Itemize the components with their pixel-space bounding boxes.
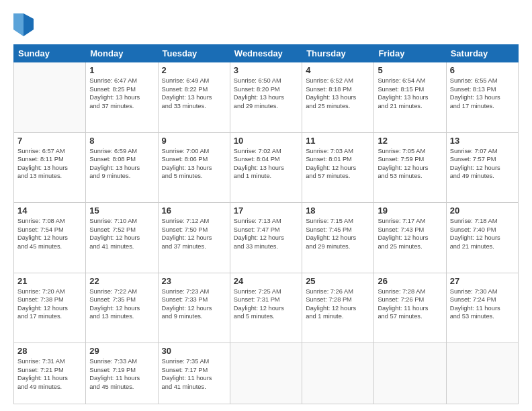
day-info: Sunrise: 7:00 AM Sunset: 8:06 PM Dayligh… (162, 147, 226, 181)
day-number: 5 (378, 65, 442, 75)
week-row-1: 1Sunrise: 6:47 AM Sunset: 8:25 PM Daylig… (14, 62, 519, 133)
day-info: Sunrise: 6:54 AM Sunset: 8:15 PM Dayligh… (378, 77, 442, 110)
day-info: Sunrise: 6:52 AM Sunset: 8:18 PM Dayligh… (306, 77, 370, 110)
calendar-cell: 14Sunrise: 7:08 AM Sunset: 7:54 PM Dayli… (14, 203, 86, 273)
day-info: Sunrise: 6:57 AM Sunset: 8:11 PM Dayligh… (17, 147, 82, 181)
calendar-cell: 11Sunrise: 7:03 AM Sunset: 8:01 PM Dayli… (302, 132, 374, 203)
day-info: Sunrise: 7:35 AM Sunset: 7:17 PM Dayligh… (162, 357, 226, 391)
day-info: Sunrise: 7:25 AM Sunset: 7:31 PM Dayligh… (234, 287, 298, 321)
day-number: 9 (162, 136, 226, 146)
weekday-header-wednesday: Wednesday (230, 45, 302, 62)
day-info: Sunrise: 6:59 AM Sunset: 8:08 PM Dayligh… (89, 147, 154, 181)
calendar-cell (14, 62, 86, 133)
calendar-cell: 28Sunrise: 7:31 AM Sunset: 7:21 PM Dayli… (14, 343, 86, 404)
calendar-cell (302, 343, 374, 404)
week-row-5: 28Sunrise: 7:31 AM Sunset: 7:21 PM Dayli… (14, 343, 519, 404)
calendar-cell: 13Sunrise: 7:07 AM Sunset: 7:57 PM Dayli… (446, 132, 518, 203)
calendar-cell: 6Sunrise: 6:55 AM Sunset: 8:13 PM Daylig… (446, 62, 518, 133)
calendar-cell: 15Sunrise: 7:10 AM Sunset: 7:52 PM Dayli… (86, 203, 158, 273)
calendar-cell: 26Sunrise: 7:28 AM Sunset: 7:26 PM Dayli… (374, 273, 446, 343)
day-number: 21 (17, 276, 82, 286)
week-row-4: 21Sunrise: 7:20 AM Sunset: 7:38 PM Dayli… (14, 273, 519, 343)
day-number: 26 (378, 276, 442, 286)
day-info: Sunrise: 7:05 AM Sunset: 7:59 PM Dayligh… (378, 147, 442, 181)
day-number: 7 (17, 136, 82, 146)
day-number: 24 (234, 276, 298, 286)
calendar-cell: 18Sunrise: 7:15 AM Sunset: 7:45 PM Dayli… (302, 203, 374, 273)
calendar-cell: 1Sunrise: 6:47 AM Sunset: 8:25 PM Daylig… (86, 62, 158, 133)
calendar-cell: 29Sunrise: 7:33 AM Sunset: 7:19 PM Dayli… (86, 343, 158, 404)
day-info: Sunrise: 7:30 AM Sunset: 7:24 PM Dayligh… (450, 287, 515, 321)
day-info: Sunrise: 7:03 AM Sunset: 8:01 PM Dayligh… (306, 147, 370, 181)
calendar-cell: 7Sunrise: 6:57 AM Sunset: 8:11 PM Daylig… (14, 132, 86, 203)
day-info: Sunrise: 7:26 AM Sunset: 7:28 PM Dayligh… (306, 287, 370, 321)
day-info: Sunrise: 6:55 AM Sunset: 8:13 PM Dayligh… (450, 77, 515, 110)
calendar-cell: 23Sunrise: 7:23 AM Sunset: 7:33 PM Dayli… (158, 273, 230, 343)
calendar-table: SundayMondayTuesdayWednesdayThursdayFrid… (13, 44, 519, 404)
day-info: Sunrise: 7:02 AM Sunset: 8:04 PM Dayligh… (234, 147, 298, 181)
day-number: 20 (450, 205, 515, 216)
day-number: 23 (162, 276, 226, 286)
calendar-cell: 16Sunrise: 7:12 AM Sunset: 7:50 PM Dayli… (158, 203, 230, 273)
day-number: 18 (306, 205, 370, 216)
day-number: 14 (17, 205, 82, 216)
calendar-cell: 25Sunrise: 7:26 AM Sunset: 7:28 PM Dayli… (302, 273, 374, 343)
day-info: Sunrise: 7:33 AM Sunset: 7:19 PM Dayligh… (89, 357, 154, 391)
calendar-cell: 21Sunrise: 7:20 AM Sunset: 7:38 PM Dayli… (14, 273, 86, 343)
calendar-cell: 20Sunrise: 7:18 AM Sunset: 7:40 PM Dayli… (446, 203, 518, 273)
day-info: Sunrise: 7:08 AM Sunset: 7:54 PM Dayligh… (17, 217, 82, 250)
logo (13, 13, 36, 39)
page: SundayMondayTuesdayWednesdayThursdayFrid… (0, 0, 532, 411)
day-info: Sunrise: 7:15 AM Sunset: 7:45 PM Dayligh… (306, 217, 370, 250)
calendar-cell: 5Sunrise: 6:54 AM Sunset: 8:15 PM Daylig… (374, 62, 446, 133)
calendar-cell: 27Sunrise: 7:30 AM Sunset: 7:24 PM Dayli… (446, 273, 518, 343)
calendar-cell: 19Sunrise: 7:17 AM Sunset: 7:43 PM Dayli… (374, 203, 446, 273)
day-number: 30 (162, 346, 226, 356)
day-info: Sunrise: 6:49 AM Sunset: 8:22 PM Dayligh… (162, 77, 226, 110)
day-number: 15 (89, 205, 154, 216)
day-number: 10 (234, 136, 298, 146)
day-number: 16 (162, 205, 226, 216)
day-number: 17 (234, 205, 298, 216)
day-number: 4 (306, 65, 370, 75)
calendar-cell (446, 343, 518, 404)
calendar-cell (230, 343, 302, 404)
calendar-cell: 3Sunrise: 6:50 AM Sunset: 8:20 PM Daylig… (230, 62, 302, 133)
calendar-cell: 10Sunrise: 7:02 AM Sunset: 8:04 PM Dayli… (230, 132, 302, 203)
calendar-cell: 30Sunrise: 7:35 AM Sunset: 7:17 PM Dayli… (158, 343, 230, 404)
day-info: Sunrise: 7:20 AM Sunset: 7:38 PM Dayligh… (17, 287, 82, 321)
day-number: 29 (89, 346, 154, 356)
calendar-cell: 2Sunrise: 6:49 AM Sunset: 8:22 PM Daylig… (158, 62, 230, 133)
day-number: 28 (17, 346, 82, 356)
day-info: Sunrise: 7:07 AM Sunset: 7:57 PM Dayligh… (450, 147, 515, 181)
day-info: Sunrise: 7:10 AM Sunset: 7:52 PM Dayligh… (89, 217, 154, 250)
day-number: 22 (89, 276, 154, 286)
day-number: 19 (378, 205, 442, 216)
day-number: 3 (234, 65, 298, 75)
day-number: 1 (89, 65, 154, 75)
day-info: Sunrise: 6:50 AM Sunset: 8:20 PM Dayligh… (234, 77, 298, 110)
day-info: Sunrise: 7:23 AM Sunset: 7:33 PM Dayligh… (162, 287, 226, 321)
day-number: 27 (450, 276, 515, 286)
calendar-cell: 24Sunrise: 7:25 AM Sunset: 7:31 PM Dayli… (230, 273, 302, 343)
weekday-header-sunday: Sunday (14, 45, 86, 62)
svg-marker-0 (24, 13, 34, 36)
day-number: 8 (89, 136, 154, 146)
calendar-cell: 22Sunrise: 7:22 AM Sunset: 7:35 PM Dayli… (86, 273, 158, 343)
day-info: Sunrise: 7:12 AM Sunset: 7:50 PM Dayligh… (162, 217, 226, 250)
weekday-header-thursday: Thursday (302, 45, 374, 62)
day-info: Sunrise: 7:18 AM Sunset: 7:40 PM Dayligh… (450, 217, 515, 250)
calendar-cell: 17Sunrise: 7:13 AM Sunset: 7:47 PM Dayli… (230, 203, 302, 273)
header (13, 11, 519, 39)
week-row-2: 7Sunrise: 6:57 AM Sunset: 8:11 PM Daylig… (14, 132, 519, 203)
calendar-cell: 8Sunrise: 6:59 AM Sunset: 8:08 PM Daylig… (86, 132, 158, 203)
day-number: 2 (162, 65, 226, 75)
weekday-header-monday: Monday (86, 45, 158, 62)
day-info: Sunrise: 7:22 AM Sunset: 7:35 PM Dayligh… (89, 287, 154, 321)
day-info: Sunrise: 7:28 AM Sunset: 7:26 PM Dayligh… (378, 287, 442, 321)
day-info: Sunrise: 7:31 AM Sunset: 7:21 PM Dayligh… (17, 357, 82, 391)
day-info: Sunrise: 6:47 AM Sunset: 8:25 PM Dayligh… (89, 77, 154, 110)
day-number: 6 (450, 65, 515, 75)
day-info: Sunrise: 7:17 AM Sunset: 7:43 PM Dayligh… (378, 217, 442, 250)
calendar-cell: 4Sunrise: 6:52 AM Sunset: 8:18 PM Daylig… (302, 62, 374, 133)
